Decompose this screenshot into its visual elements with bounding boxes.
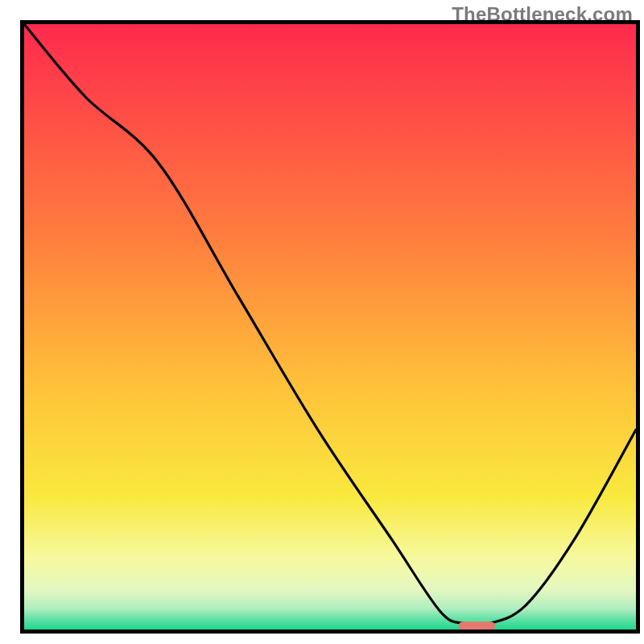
bottleneck-chart [0,0,644,644]
optimal-marker [459,621,496,630]
chart-frame: TheBottleneck.com [0,0,644,644]
gradient-background [24,24,636,630]
